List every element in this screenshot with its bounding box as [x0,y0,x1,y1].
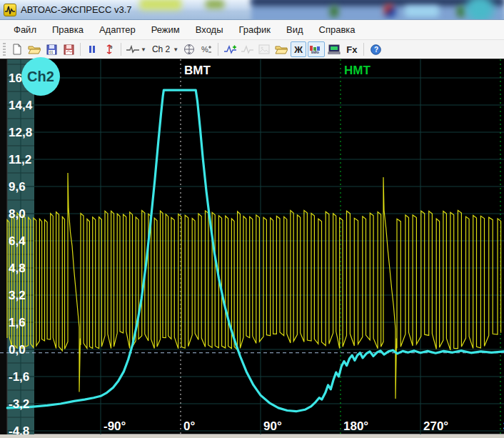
fx-label: Fx [345,44,358,55]
open-graph-icon [275,44,288,54]
auto-fit-button[interactable] [181,41,197,57]
toolbar-grip[interactable] [3,43,6,56]
menu-item-3[interactable]: Адаптер [91,21,143,38]
y-tick-label: -4,8 [9,424,29,434]
remove-graph-icon [241,45,253,54]
floppy-red-icon [64,44,74,55]
percent-scale-icon: % [201,44,212,54]
chevron-down-icon: ▼ [141,46,146,53]
y-tick-label: 12,8 [9,126,32,139]
left-margin [0,59,7,434]
toolbar-separator [121,43,121,56]
y-tick-label: 3,2 [9,289,26,302]
image-icon [258,44,270,54]
app-window: АВТОАС-ЭКСПРЕСС v3.7 ФайлПравкаАдаптерРе… [0,0,504,438]
menu-item-7[interactable]: Вид [278,21,311,38]
svg-text:0: 0 [110,45,113,49]
fit-scale-icon [183,44,195,55]
y-tick-label: 11,2 [9,153,31,166]
pressure-trace [7,90,504,412]
menu-item-4[interactable]: Режим [143,21,188,38]
menu-item-8[interactable]: Справка [311,21,363,38]
y-tick-label: 9,6 [9,180,26,194]
y-tick-label: 1,6 [9,316,26,329]
title-bar: АВТОАС-ЭКСПРЕСС v3.7 [0,0,504,20]
svg-text:?: ? [374,46,378,54]
open-folder-icon [28,44,41,54]
marker-zh-label: Ж [293,44,304,55]
menu-item-2[interactable]: Правка [44,21,91,38]
x-tick-label: 270° [423,419,448,433]
help-button[interactable]: ? [368,41,383,57]
menu-item-5[interactable]: Входы [188,21,231,38]
app-icon [4,4,16,16]
save-blue-button[interactable]: 01 [44,41,59,57]
new-document-icon [11,44,23,55]
y-tick-label: -3,2 [9,397,29,411]
channel-badge[interactable]: Ch2 [21,57,60,96]
svg-text:Info: Info [311,50,319,54]
pause-icon [88,45,96,54]
x-tick-label: -90° [104,419,126,433]
menu-item-6[interactable]: График [231,21,278,38]
svg-text:%: % [201,45,208,54]
add-graph-button[interactable] [222,41,238,57]
screen-icon [328,44,341,54]
open-file-button[interactable] [26,41,42,57]
floppy-blue-icon: 01 [46,44,57,55]
menu-bar: ФайлПравкаАдаптерРежимВходыГрафикВидСпра… [0,20,504,40]
toolbar-separator [363,43,364,56]
screen-button[interactable] [326,41,342,57]
y-tick-label: -1,6 [9,370,29,384]
y-tick-label: 8,0 [9,207,26,221]
toolbar-separator [80,43,81,56]
zero-level-icon: 0 [104,44,114,54]
window-title: АВТОАС-ЭКСПРЕСС v3.7 [21,4,132,15]
signal-select-button[interactable]: ▼ [125,41,148,57]
y-tick-label: 0,0 [9,343,26,357]
zero-level-button[interactable]: 0 [101,41,117,57]
info-button[interactable]: Info [308,41,325,57]
x-tick-label: 0° [183,419,195,433]
ignition-trace [7,173,501,399]
help-icon: ? [371,44,381,55]
channel-select-button[interactable]: Ch 2▼ [149,41,180,57]
oscilloscope-chart[interactable]: Ch2 16,014,412,811,29,68,06,44,83,21,60,… [0,59,504,434]
channel-select-label: Ch 2 [151,44,171,54]
menu-item-1[interactable]: Файл [6,21,44,38]
open-graph-button[interactable] [273,41,289,57]
save-red-button[interactable] [61,41,76,57]
y-tick-label: 6,4 [9,234,26,248]
add-graph-icon [224,45,236,54]
svg-text:01: 01 [49,50,54,54]
marker-label-1: НМТ [344,64,371,77]
percent-scale-button[interactable]: % [198,41,214,57]
x-tick-label: 90° [263,419,282,433]
chevron-down-icon: ▼ [173,46,178,53]
y-tick-label: 4,8 [9,262,26,275]
y-tick-label: 14,4 [9,99,33,112]
new-document-button[interactable] [9,41,25,57]
toolbar-separator [218,43,218,56]
pause-button[interactable] [84,41,100,57]
x-tick-label: 180° [343,419,368,433]
fx-button[interactable]: Fx [343,41,360,57]
chart-plot[interactable]: 16,014,412,811,29,68,06,44,83,21,60,0-1,… [0,59,504,434]
marker-label-0: ВМТ [184,64,211,77]
info-icon: Info [309,44,323,54]
remove-graph-button [239,41,255,57]
marker-zh-button[interactable]: Ж [291,41,306,57]
toolbar: 010▼Ch 2▼%ЖInfoFx? [0,40,504,59]
waveform-icon [126,45,139,54]
image-button [256,41,272,57]
